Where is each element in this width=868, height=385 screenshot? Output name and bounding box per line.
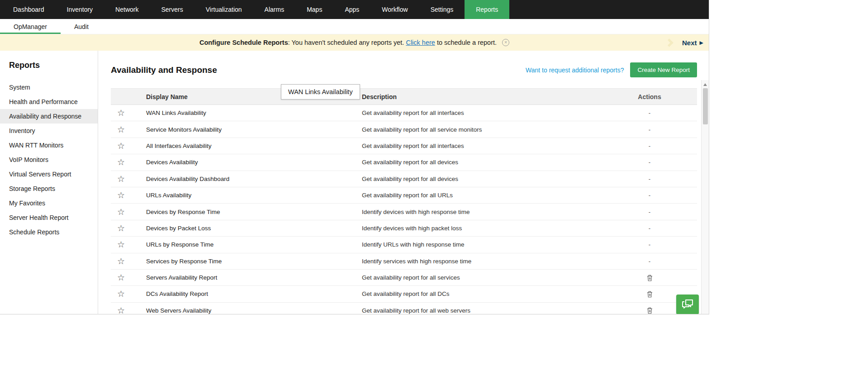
sidebar-title: Reports [0,61,98,80]
favorite-star-icon[interactable]: ☆ [111,208,146,216]
favorite-star-icon[interactable]: ☆ [111,191,146,200]
table-row[interactable]: ☆All Interfaces AvailabilityGet availabi… [111,138,697,154]
favorite-star-icon[interactable]: ☆ [111,109,146,117]
report-description: Get availability report for all URLs [362,192,602,199]
nav-item-network[interactable]: Network [104,0,150,19]
report-description: Identify URLs with high response time [362,241,602,248]
table-row[interactable]: ☆URLs AvailabilityGet availability repor… [111,187,697,204]
drag-ghost-report[interactable]: WAN Links Availability [281,84,360,100]
main-header: Availability and Response Want to reques… [111,51,697,77]
sidebar: Reports SystemHealth and PerformanceAvai… [0,51,98,314]
table-row[interactable]: ☆DCs Availability ReportGet availability… [111,286,697,302]
table-row[interactable]: ☆Web Servers AvailabilityGet availabilit… [111,303,697,314]
favorite-star-icon[interactable]: ☆ [111,240,146,249]
tab-opmanager[interactable]: OpManager [0,19,61,34]
nav-item-maps[interactable]: Maps [295,0,333,19]
page-title: Availability and Response [111,65,217,75]
report-name-link[interactable]: Devices Availability Dashboard [146,176,362,182]
banner-click-here-link[interactable]: Click here [406,39,435,46]
report-name-link[interactable]: Services by Response Time [146,258,362,265]
sidebar-item-voip-monitors[interactable]: VoIP Monitors [0,152,98,167]
table-header: Display Name Description Actions [111,88,697,105]
nav-item-virtualization[interactable]: Virtualization [194,0,253,19]
delete-icon[interactable] [647,274,653,281]
report-name-link[interactable]: Web Servers Availability [146,307,362,314]
scrollbar-thumb[interactable] [703,88,708,124]
table-row[interactable]: ☆Devices by Response TimeIdentify device… [111,204,697,220]
banner-close-icon[interactable]: × [502,39,509,46]
nav-item-apps[interactable]: Apps [333,0,370,19]
main-panel: Availability and Response Want to reques… [98,51,709,314]
delete-icon[interactable] [647,307,653,314]
delete-icon[interactable] [647,290,653,298]
report-description: Get availability report for all devices [362,159,602,166]
sidebar-item-my-favorites[interactable]: My Favorites [0,196,98,210]
report-description: Get availability report for all interfac… [362,109,602,116]
report-name-link[interactable]: All Interfaces Availability [146,143,362,149]
sidebar-item-server-health-report[interactable]: Server Health Report [0,210,98,225]
favorite-star-icon[interactable]: ☆ [111,125,146,134]
table-row[interactable]: ☆URLs by Response TimeIdentify URLs with… [111,237,697,253]
next-button[interactable]: Next ▶ [666,34,703,51]
sidebar-item-storage-reports[interactable]: Storage Reports [0,181,98,196]
report-name-link[interactable]: Servers Availability Report [146,274,362,281]
favorite-star-icon[interactable]: ☆ [111,142,146,150]
table-row[interactable]: ☆Servers Availability ReportGet availabi… [111,270,697,286]
report-name-link[interactable]: Devices Availability [146,159,362,166]
report-name-link[interactable]: Devices by Packet Loss [146,225,362,232]
report-actions: - [602,159,697,166]
table-row[interactable]: ☆Service Monitors AvailabilityGet availa… [111,121,697,138]
report-name-link[interactable]: URLs Availability [146,192,362,199]
sidebar-item-inventory[interactable]: Inventory [0,124,98,138]
report-actions[interactable] [602,274,697,281]
nav-item-dashboard[interactable]: Dashboard [2,0,56,19]
table-row[interactable]: ☆Services by Response TimeIdentify servi… [111,253,697,270]
report-actions: - [602,241,697,248]
nav-item-servers[interactable]: Servers [150,0,194,19]
report-description: Get availability report for all devices [362,176,602,182]
chat-icon [682,299,693,310]
nav-item-inventory[interactable]: Inventory [56,0,104,19]
favorite-star-icon[interactable]: ☆ [111,175,146,183]
scroll-up-icon[interactable] [703,83,707,86]
favorite-star-icon[interactable]: ☆ [111,158,146,166]
report-name-link[interactable]: Service Monitors Availability [146,126,362,133]
table-row[interactable]: ☆Devices Availability DashboardGet avail… [111,171,697,187]
favorite-star-icon[interactable]: ☆ [111,290,146,298]
report-name-link[interactable]: Devices by Response Time [146,209,362,215]
header-actions: Want to request additional reports? Crea… [526,62,697,77]
table-row[interactable]: ☆Devices by Packet LossIdentify devices … [111,220,697,237]
banner-text: : You haven't scheduled any reports yet. [288,39,404,46]
request-reports-link[interactable]: Want to request additional reports? [526,67,624,74]
favorite-star-icon[interactable]: ☆ [111,273,146,282]
report-name-link[interactable]: WAN Links Availability [146,109,362,116]
table-row[interactable]: ☆Devices AvailabilityGet availability re… [111,154,697,171]
sidebar-item-virtual-servers-report[interactable]: Virtual Servers Report [0,167,98,181]
tab-audit[interactable]: Audit [61,19,102,34]
table-body: ☆WAN Links AvailabilityGet availability … [111,105,697,314]
sidebar-item-system[interactable]: System [0,80,98,95]
report-description: Identify services with high response tim… [362,258,602,265]
vertical-scrollbar[interactable] [701,80,709,314]
nav-item-workflow[interactable]: Workflow [370,0,419,19]
table-row[interactable]: ☆WAN Links AvailabilityGet availability … [111,105,697,121]
nav-item-settings[interactable]: Settings [419,0,465,19]
chat-widget-button[interactable] [676,295,699,314]
favorite-star-icon[interactable]: ☆ [111,306,146,314]
nav-item-reports[interactable]: Reports [465,0,509,19]
report-name-link[interactable]: URLs by Response Time [146,241,362,248]
sidebar-item-health-and-performance[interactable]: Health and Performance [0,95,98,109]
top-nav: DashboardInventoryNetworkServersVirtuali… [0,0,709,19]
create-new-report-button[interactable]: Create New Report [630,62,697,77]
favorite-star-icon[interactable]: ☆ [111,257,146,266]
sidebar-item-wan-rtt-monitors[interactable]: WAN RTT Monitors [0,138,98,152]
banner-message: Configure Schedule Reports: You haven't … [199,39,509,46]
column-header-actions: Actions [602,93,697,100]
report-actions: - [602,192,697,199]
report-name-link[interactable]: DCs Availability Report [146,290,362,297]
sidebar-item-availability-and-response[interactable]: Availability and Response [0,109,98,124]
sidebar-item-schedule-reports[interactable]: Schedule Reports [0,225,98,239]
nav-item-alarms[interactable]: Alarms [253,0,296,19]
favorite-star-icon[interactable]: ☆ [111,224,146,233]
report-description: Get availability report for all interfac… [362,143,602,149]
